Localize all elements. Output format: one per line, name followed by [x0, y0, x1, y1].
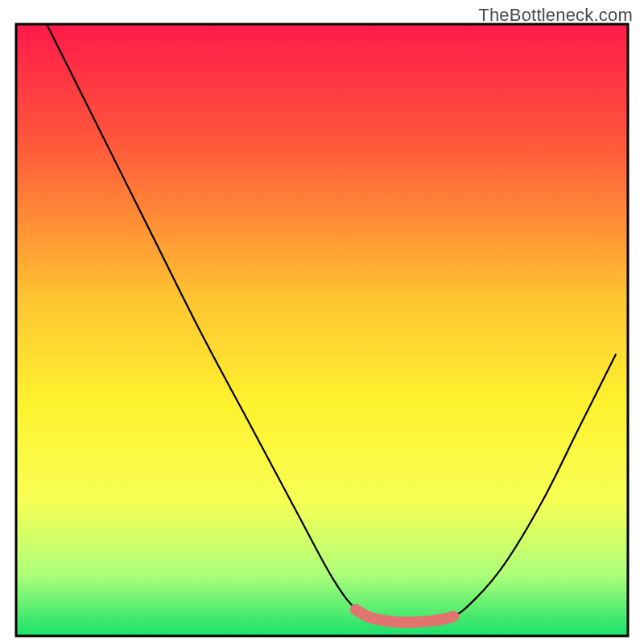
attribution-label: TheBottleneck.com [478, 5, 633, 26]
gradient-background [16, 24, 628, 636]
bottleneck-chart [0, 0, 644, 644]
plot-area [16, 24, 628, 636]
chart-container: TheBottleneck.com [0, 0, 644, 644]
